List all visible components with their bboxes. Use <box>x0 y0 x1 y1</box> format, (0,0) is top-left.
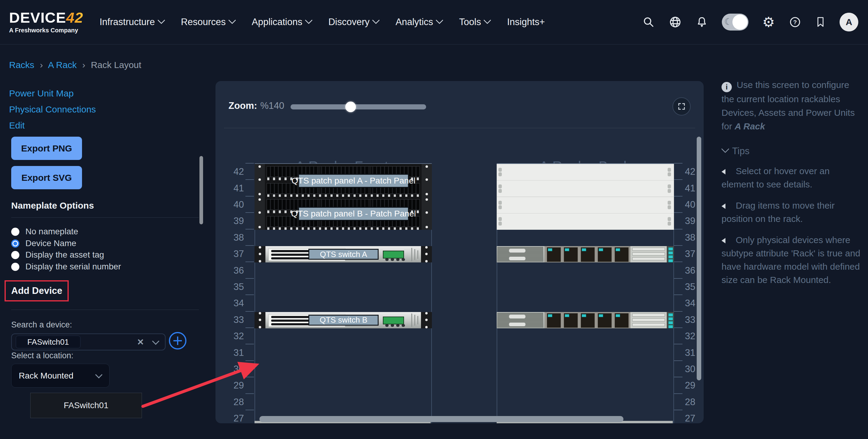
unit-tick <box>674 295 682 295</box>
unit-tick <box>674 311 682 312</box>
selected-device-chip[interactable]: FASwitch01 <box>16 336 81 348</box>
navbar-actions: ☾✦ ⚙ ? A <box>643 13 858 31</box>
panel-vertical-scrollbar[interactable] <box>697 137 701 380</box>
radio-unselected[interactable] <box>11 228 19 236</box>
radio-unselected[interactable] <box>11 263 19 271</box>
device-dropdown-option[interactable]: FASwitch01 <box>30 393 142 418</box>
port <box>391 258 394 261</box>
notifications-bell-icon[interactable] <box>696 16 708 28</box>
fullscreen-button[interactable] <box>673 97 691 115</box>
export-png-button[interactable]: Export PNG <box>11 137 82 160</box>
unit-tick <box>245 163 254 164</box>
add-device-highlight-annotation <box>4 280 69 301</box>
breadcrumb-a-rack[interactable]: A Rack <box>48 60 76 70</box>
nav-item-tools[interactable]: Tools <box>459 16 489 28</box>
globe-icon[interactable] <box>669 15 682 29</box>
port <box>402 324 405 327</box>
nav-item-discovery[interactable]: Discovery <box>329 16 378 28</box>
unit-number-28: 28 <box>685 397 704 408</box>
chevron-down-icon[interactable] <box>152 337 159 345</box>
zoom-slider-track[interactable] <box>290 104 426 109</box>
nav-item-analytics[interactable]: Analytics <box>396 16 441 28</box>
teal-port <box>668 313 673 316</box>
screw-icon <box>425 326 428 328</box>
rack-device-panel-back-u42[interactable] <box>497 164 674 197</box>
nameplate-options-title: Nameplate Options <box>11 200 94 211</box>
unit-tick <box>245 344 254 344</box>
radio-unselected[interactable] <box>11 251 19 259</box>
nameplate-radio-device-name[interactable]: Device Name <box>11 238 76 249</box>
screw-icon <box>426 211 428 214</box>
unit-number-30: 30 <box>225 364 244 375</box>
hinge-icon <box>668 168 671 172</box>
tip-bullet-triangle <box>721 203 725 209</box>
sidebar-link-physical-connections[interactable]: Physical Connections <box>9 104 96 114</box>
rack-device-server-back-u37[interactable] <box>497 246 674 263</box>
screw-icon <box>426 226 428 228</box>
nav-item-infrastructure[interactable]: Infrastructure <box>100 16 163 28</box>
green-label <box>383 316 404 325</box>
teal-port <box>668 247 673 251</box>
sidebar-link-edit[interactable]: Edit <box>9 120 25 131</box>
rack-device-panel-back-u40[interactable] <box>497 197 674 230</box>
mesh-grille <box>497 247 543 262</box>
clear-selection-icon[interactable]: ✕ <box>137 337 144 347</box>
unit-number-27: 27 <box>225 413 244 423</box>
bracket-line <box>417 250 418 259</box>
location-select[interactable]: Rack Mounted <box>11 364 110 387</box>
teal-clip <box>599 248 603 251</box>
logo-tagline: A Freshworks Company <box>9 27 95 34</box>
nameplate-text: QTS patch panel A - Patch Panel <box>291 176 415 185</box>
sidebar-scrollbar[interactable] <box>199 156 203 224</box>
tips-collapsible-header[interactable]: Tips <box>721 146 862 157</box>
search-icon[interactable] <box>643 16 655 28</box>
rack-device-qts-patch-panel-b-patch-panel[interactable]: QTS patch panel B - Patch Panel <box>254 197 432 230</box>
screen-info-text: iUse this screen to configure the curren… <box>721 78 862 133</box>
unit-number-33: 33 <box>225 314 244 325</box>
rack-device-qts-switch-b[interactable]: QTS switch B <box>254 312 432 328</box>
bookmark-icon[interactable] <box>815 16 826 28</box>
breadcrumb-racks[interactable]: Racks <box>9 60 34 70</box>
badge-oval <box>509 314 526 319</box>
port <box>402 258 405 261</box>
user-avatar[interactable]: A <box>840 13 858 31</box>
screw-icon <box>259 312 261 314</box>
rack-device-qts-switch-a[interactable]: QTS switch A <box>254 246 432 263</box>
hinge-icon <box>498 217 502 221</box>
io-module <box>615 313 629 328</box>
add-device-plus-button[interactable] <box>169 332 186 349</box>
nav-item-resources[interactable]: Resources <box>181 16 234 28</box>
help-icon[interactable]: ? <box>789 16 801 28</box>
unit-tick <box>674 229 682 230</box>
port-column <box>667 246 674 263</box>
unit-tick <box>245 196 254 197</box>
sidebar-link-power-unit-map[interactable]: Power Unit Map <box>9 88 73 99</box>
nameplate-radio-display-the-asset-tag[interactable]: Display the asset tag <box>11 249 104 261</box>
panel-horizontal-scrollbar[interactable] <box>259 416 623 422</box>
nav-item-insights-[interactable]: Insights+ <box>507 16 545 28</box>
chevron-down-icon <box>157 16 165 24</box>
nav-item-applications[interactable]: Applications <box>252 16 311 28</box>
unit-tick <box>674 212 682 213</box>
rack-device-qts-patch-panel-a-patch-panel[interactable]: QTS patch panel A - Patch Panel <box>254 164 432 197</box>
unit-tick <box>245 410 254 410</box>
teal-port <box>668 251 673 255</box>
screw-icon <box>259 326 261 328</box>
screw-icon <box>258 198 261 201</box>
breadcrumb: Racks › A Rack › Rack Layout <box>9 60 141 70</box>
teal-clip <box>599 314 603 317</box>
theme-toggle[interactable]: ☾✦ <box>722 13 748 31</box>
nameplate-radio-no-nameplate[interactable]: No nameplate <box>11 226 78 237</box>
rack-device-server-back-u33[interactable] <box>497 312 674 328</box>
io-module <box>615 247 629 262</box>
zoom-slider-thumb[interactable] <box>345 102 356 112</box>
screw-icon <box>259 260 261 263</box>
unit-tick <box>674 163 682 164</box>
device-search-input[interactable]: FASwitch01 ✕ <box>11 334 165 350</box>
device42-logo[interactable]: DEVICE42 A Freshworks Company <box>9 10 95 34</box>
settings-gear-icon[interactable]: ⚙ <box>763 15 775 29</box>
export-svg-button[interactable]: Export SVG <box>11 166 82 189</box>
unit-tick <box>245 262 254 262</box>
nameplate-radio-display-the-serial-number[interactable]: Display the serial number <box>11 261 121 272</box>
radio-selected[interactable] <box>11 239 19 248</box>
